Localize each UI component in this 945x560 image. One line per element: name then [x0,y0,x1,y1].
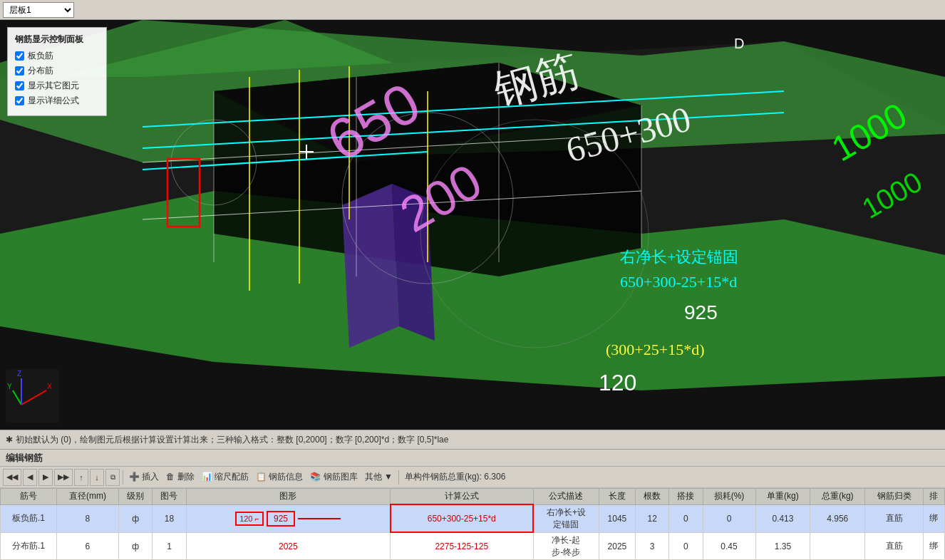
cell-overlap[interactable]: 0 [669,504,703,532]
rebar-info-btn[interactable]: 📋 钢筋信息 [253,469,306,486]
cell-unit-weight[interactable]: 0.413 [755,504,810,532]
annotation-length: 925 [684,301,718,323]
rebar-table: 筋号 直径(mm) 级别 图号 图形 计算公式 公式描述 长度 根数 搭接 损耗… [0,488,945,559]
svg-text:Z: Z [17,370,21,378]
table-container[interactable]: 筋号 直径(mm) 级别 图号 图形 计算公式 公式描述 长度 根数 搭接 损耗… [0,488,945,559]
cell-unit-weight[interactable]: 1.35 [755,532,810,559]
cell-shapeid[interactable]: 1 [153,532,186,559]
cell-shape[interactable]: 120 ⌐ 925 [186,504,390,532]
toolbar-row: ◀◀ ◀ ▶ ▶▶ ↑ ↓ ⧉ ➕ 插入 🗑 删除 📊 缩尺配筋 📋 钢筋信息 … [0,467,945,488]
th-shapeid: 图号 [153,489,186,505]
checkbox-show-formula[interactable]: 显示详细公式 [15,95,99,107]
viewport: 650 200 钢筋 650+300 右净长+设定锚固 650+300-25+1… [0,20,945,430]
cell-length[interactable]: 1045 [599,504,635,532]
th-sort: 排 [923,489,944,505]
nav-up-btn[interactable]: ↑ [74,469,88,486]
nav-next-btn[interactable]: ▶ [38,469,53,486]
cell-length[interactable]: 2025 [599,532,635,559]
th-count: 根数 [636,489,669,505]
th-length: 长度 [599,489,635,505]
scale-btn[interactable]: 📊 缩尺配筋 [199,469,252,486]
cell-diameter[interactable]: 6 [56,532,118,559]
th-category: 钢筋归类 [865,489,924,505]
th-formula: 计算公式 [391,489,533,505]
status-message: 初始默认为 (0)，绘制图元后根据计算设置计算出来；三种输入格式：整数 [0,2… [16,434,448,446]
table-header-row: 筋号 直径(mm) 级别 图号 图形 计算公式 公式描述 长度 根数 搭接 损耗… [1,489,945,505]
cell-category[interactable]: 直筋 [865,504,924,532]
checkbox-show-other[interactable]: 显示其它图元 [15,80,99,92]
nav-down-btn[interactable]: ↓ [90,469,104,486]
th-id: 筋号 [1,489,57,505]
cell-diameter[interactable]: 8 [56,504,118,532]
checkbox-fenbujin[interactable]: 分布筋 [15,65,99,77]
cursor-icon: ✱ [6,435,13,445]
svg-text:Y: Y [7,383,12,390]
layer-select[interactable]: 层板1 [3,2,74,18]
copy-btn[interactable]: ⧉ [105,469,120,486]
checkbox-show-other-input[interactable] [15,81,24,90]
table-row[interactable]: 板负筋.1 8 ф 18 120 ⌐ 925 [1,504,945,532]
table-row[interactable]: 分布筋.1 6 ф 1 2025 2275-125-125 净长-起步-终步 2… [1,532,945,559]
other-btn[interactable]: 其他 ▼ [362,469,396,486]
d-marker: D [734,36,744,51]
th-diameter: 直径(mm) [56,489,118,505]
cell-desc[interactable]: 右净长+设定锚固 [533,504,599,532]
cell-total-weight[interactable]: 4.956 [810,504,865,532]
nav-first-btn[interactable]: ◀◀ [3,469,21,486]
control-panel-title: 钢筋显示控制面板 [15,33,99,46]
cell-total-weight[interactable] [810,532,865,559]
checkbox-banfujin-input[interactable] [15,51,24,61]
nav-last-btn[interactable]: ▶▶ [54,469,73,486]
annotation-dim: 120 [599,370,636,395]
scene-canvas: 650 200 钢筋 650+300 右净长+设定锚固 650+300-25+1… [0,20,945,430]
delete-btn[interactable]: 🗑 删除 [163,469,197,486]
status-bar: ✱ 初始默认为 (0)，绘制图元后根据计算设置计算出来；三种输入格式：整数 [0… [0,430,945,450]
cell-formula[interactable]: 2275-125-125 [391,532,533,559]
insert-btn[interactable]: ➕ 插入 [126,469,162,486]
annotation-formula-desc: 右净长+设定锚固 [620,248,738,266]
shape-length-box[interactable]: 925 [267,511,295,527]
th-loss: 损耗(%) [703,489,755,505]
svg-marker-7 [342,184,399,348]
rebar-lib-btn[interactable]: 📚 钢筋图库 [307,469,360,486]
checkbox-show-other-label: 显示其它图元 [28,80,79,92]
top-bar: 层板1 [0,0,945,20]
th-desc: 公式描述 [533,489,599,505]
sep2 [398,470,399,484]
checkbox-banfujin-label: 板负筋 [28,50,53,62]
svg-text:X: X [47,383,52,390]
cell-formula[interactable]: 650+300-25+15*d [391,504,533,532]
cell-grade[interactable]: ф [119,504,153,532]
sep1 [123,470,123,484]
cell-grade[interactable]: ф [119,532,153,559]
cell-loss[interactable]: 0.45 [703,532,755,559]
cell-id[interactable]: 板负筋.1 [1,504,57,532]
th-overlap: 搭接 [669,489,703,505]
th-shape: 图形 [186,489,390,505]
th-total-weight: 总重(kg) [810,489,865,505]
total-weight-label: 单构件钢筋总重(kg): 6.306 [402,471,508,483]
cell-sort[interactable]: 绑 [923,504,944,532]
cell-count[interactable]: 12 [636,504,669,532]
cell-id[interactable]: 分布筋.1 [1,532,57,559]
checkbox-banfujin[interactable]: 板负筋 [15,50,99,62]
bottom-panel: 编辑钢筋 ◀◀ ◀ ▶ ▶▶ ↑ ↓ ⧉ ➕ 插入 🗑 删除 📊 缩尺配筋 📋 … [0,450,945,560]
th-grade: 级别 [119,489,153,505]
cell-category[interactable]: 直筋 [865,532,924,559]
annotation-formula2: (300+25+15*d) [606,341,704,358]
nav-prev-btn[interactable]: ◀ [23,469,37,486]
checkbox-fenbujin-input[interactable] [15,66,24,76]
checkbox-show-formula-input[interactable] [15,96,24,105]
shape-dim-box[interactable]: 120 ⌐ [235,512,264,526]
cell-desc[interactable]: 净长-起步-终步 [533,532,599,559]
cell-shapeid[interactable]: 18 [153,504,186,532]
th-unit-weight: 单重(kg) [755,489,810,505]
cell-sort[interactable]: 绑 [923,532,944,559]
cell-loss[interactable]: 0 [703,504,755,532]
cell-count[interactable]: 3 [636,532,669,559]
cell-overlap[interactable]: 0 [669,532,703,559]
cell-shape[interactable]: 2025 [186,532,390,559]
svg-rect-33 [6,369,59,422]
control-panel: 钢筋显示控制面板 板负筋 分布筋 显示其它图元 显示详细公式 [7,27,107,116]
bottom-panel-title: 编辑钢筋 [0,450,945,467]
